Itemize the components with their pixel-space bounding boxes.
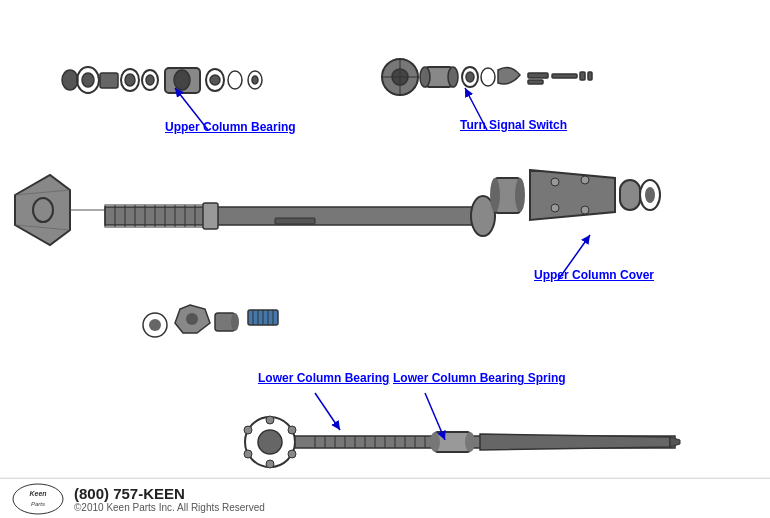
footer-phone: (800) 757-KEEN [74, 485, 265, 502]
svg-point-55 [551, 178, 559, 186]
svg-point-24 [466, 72, 474, 82]
svg-point-54 [515, 178, 525, 212]
svg-rect-4 [100, 73, 118, 88]
svg-rect-27 [528, 80, 543, 84]
svg-point-57 [581, 176, 589, 184]
svg-rect-30 [588, 72, 592, 80]
svg-point-3 [82, 73, 94, 87]
upper-column-cover-label: Upper Column Cover [534, 268, 654, 284]
svg-rect-26 [528, 73, 548, 78]
svg-point-82 [288, 450, 296, 458]
svg-point-21 [420, 67, 430, 87]
svg-rect-29 [580, 72, 585, 80]
svg-point-66 [186, 313, 198, 325]
svg-point-6 [125, 74, 135, 86]
turn-signal-switch-label: Turn Signal Switch [460, 118, 567, 134]
svg-point-103 [13, 484, 63, 514]
upper-column-bearing-label: Upper Column Bearing [165, 120, 296, 136]
svg-point-22 [448, 67, 458, 87]
lower-column-bearing-label: Lower Column Bearing [258, 371, 389, 387]
svg-point-10 [174, 70, 190, 90]
svg-rect-28 [552, 74, 577, 78]
svg-point-53 [490, 178, 500, 212]
footer: Keen Parts (800) 757-KEEN ©2010 Keen Par… [0, 478, 770, 518]
svg-rect-50 [275, 218, 315, 224]
svg-text:Keen: Keen [29, 490, 46, 497]
footer-copyright: ©2010 Keen Parts Inc. All Rights Reserve… [74, 502, 265, 513]
svg-point-78 [266, 460, 274, 468]
svg-point-8 [146, 75, 154, 85]
svg-point-1 [62, 70, 78, 90]
svg-point-64 [149, 319, 161, 331]
svg-point-15 [252, 76, 258, 84]
svg-point-56 [551, 204, 559, 212]
svg-point-97 [430, 432, 440, 452]
svg-point-80 [288, 426, 296, 434]
parts-diagram [0, 0, 770, 518]
svg-rect-49 [203, 203, 218, 229]
diagram-container: Upper Column Bearing Turn Signal Switch … [0, 0, 770, 518]
svg-point-61 [645, 187, 655, 203]
svg-point-98 [465, 432, 475, 452]
svg-rect-96 [435, 432, 470, 452]
keen-parts-logo: Keen Parts [8, 481, 68, 517]
svg-point-12 [210, 75, 220, 85]
svg-point-81 [244, 450, 252, 458]
svg-point-58 [581, 206, 589, 214]
lower-column-bearing-spring-label: Lower Column Bearing Spring [393, 371, 566, 387]
svg-point-77 [266, 416, 274, 424]
svg-text:Parts: Parts [30, 501, 44, 507]
svg-rect-59 [620, 180, 640, 210]
svg-point-79 [244, 426, 252, 434]
svg-point-68 [231, 313, 239, 331]
svg-point-76 [258, 430, 282, 454]
